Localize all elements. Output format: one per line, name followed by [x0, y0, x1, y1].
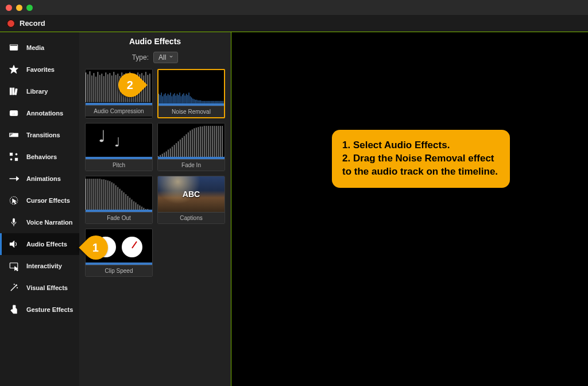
sidebar-item-visual-effects[interactable]: Visual Effects — [0, 277, 79, 299]
svg-rect-168 — [127, 196, 128, 210]
svg-rect-83 — [186, 94, 187, 103]
close-window-button[interactable] — [6, 5, 12, 11]
svg-rect-118 — [168, 149, 168, 157]
svg-rect-77 — [178, 95, 179, 103]
svg-rect-80 — [182, 94, 183, 103]
svg-rect-145 — [222, 126, 222, 157]
effect-fade-in[interactable]: Fade In — [157, 123, 225, 171]
svg-rect-82 — [185, 95, 185, 103]
sidebar-item-transitions[interactable]: Transitions — [0, 124, 79, 146]
svg-rect-163 — [118, 187, 118, 210]
sidebar-item-media[interactable]: Media — [0, 37, 79, 59]
svg-rect-65 — [163, 96, 163, 103]
svg-point-25 — [17, 287, 18, 288]
svg-rect-4 — [13, 88, 14, 95]
instruction-callout: 1. Select Audio Effects. 2. Drag the Noi… — [332, 130, 510, 188]
type-filter-label: Type: — [132, 53, 149, 61]
library-icon — [8, 86, 20, 97]
sidebar-item-voice-narration[interactable]: Voice Narration — [0, 211, 79, 233]
svg-point-26 — [14, 284, 15, 285]
svg-rect-165 — [122, 191, 122, 210]
svg-rect-1 — [10, 45, 18, 46]
record-toolbar: Record — [0, 15, 588, 32]
svg-rect-81 — [183, 93, 184, 103]
behaviors-icon — [8, 151, 20, 163]
svg-rect-33 — [95, 76, 96, 102]
effect-label: Captions — [158, 212, 225, 223]
sidebar-item-animations[interactable]: Animations — [0, 168, 79, 190]
sidebar-item-gesture-effects[interactable]: Gesture Effects — [0, 299, 79, 321]
sidebar-item-library[interactable]: Library — [0, 80, 79, 102]
type-filter-select[interactable]: All — [153, 52, 178, 63]
svg-rect-10 — [10, 153, 13, 156]
sidebar-item-label: Audio Effects — [26, 241, 67, 248]
svg-rect-138 — [208, 126, 208, 157]
svg-rect-153 — [98, 179, 98, 210]
svg-rect-112 — [158, 123, 225, 159]
svg-rect-42 — [114, 72, 114, 102]
svg-rect-72 — [172, 96, 172, 103]
effect-pitch[interactable]: ♩ Pitch — [85, 123, 153, 171]
zoom-window-button[interactable] — [26, 5, 33, 11]
step-marker-2: 2 — [118, 73, 142, 97]
sidebar-item-audio-effects[interactable]: Audio Effects — [0, 233, 79, 255]
sidebar-item-favorites[interactable]: Favorites — [0, 59, 79, 80]
svg-rect-128 — [188, 133, 188, 157]
animations-icon — [8, 173, 20, 184]
star-icon — [8, 64, 20, 75]
svg-rect-71 — [171, 92, 171, 103]
svg-rect-32 — [94, 73, 94, 102]
svg-marker-20 — [10, 241, 14, 248]
record-label[interactable]: Record — [20, 19, 45, 28]
svg-rect-38 — [106, 72, 106, 102]
sidebar-item-interactivity[interactable]: Interactivity — [0, 255, 79, 277]
effect-label: Fade In — [158, 159, 225, 171]
effect-fade-out[interactable]: Fade Out — [85, 176, 153, 224]
svg-rect-143 — [218, 126, 218, 157]
svg-rect-43 — [115, 75, 116, 102]
effect-label: Noise Removal — [158, 106, 224, 117]
sidebar-item-label: Library — [26, 88, 48, 95]
svg-rect-79 — [181, 96, 181, 103]
svg-rect-160 — [111, 182, 112, 210]
svg-rect-21 — [10, 263, 18, 268]
svg-rect-152 — [95, 179, 96, 210]
svg-rect-35 — [99, 75, 100, 102]
svg-rect-151 — [94, 179, 94, 210]
sidebar-item-label: Annotations — [26, 110, 63, 117]
svg-rect-91 — [196, 100, 197, 103]
svg-marker-2 — [10, 65, 18, 74]
svg-rect-74 — [174, 93, 175, 103]
svg-rect-62 — [158, 94, 159, 103]
media-bin-icon — [8, 42, 20, 53]
svg-rect-140 — [212, 126, 212, 157]
sidebar-item-label: Voice Narration — [26, 219, 73, 226]
svg-rect-167 — [126, 194, 126, 210]
window-titlebar — [0, 0, 588, 15]
sidebar-item-label: Transitions — [26, 132, 60, 138]
svg-rect-76 — [177, 94, 177, 103]
svg-rect-123 — [178, 141, 179, 157]
svg-rect-39 — [107, 74, 108, 102]
svg-rect-146 — [86, 176, 152, 212]
svg-rect-133 — [198, 127, 199, 157]
svg-rect-69 — [168, 94, 168, 103]
microphone-icon — [8, 217, 20, 228]
panel-title: Audio Effects — [85, 37, 225, 46]
minimize-window-button[interactable] — [16, 5, 22, 11]
wand-icon — [8, 282, 20, 294]
record-indicator-icon[interactable] — [7, 20, 15, 28]
svg-rect-157 — [106, 180, 106, 210]
svg-rect-18 — [13, 218, 15, 223]
svg-rect-142 — [216, 126, 216, 157]
preview-canvas[interactable]: 1. Select Audio Effects. 2. Drag the Noi… — [231, 32, 588, 386]
sidebar-item-cursor-effects[interactable]: Cursor Effects — [0, 190, 79, 211]
effect-noise-removal[interactable]: ★ Noise Removal — [157, 69, 225, 118]
sidebar-item-behaviors[interactable]: Behaviors — [0, 146, 79, 168]
sidebar-item-annotations[interactable]: a Annotations — [0, 102, 79, 124]
svg-rect-85 — [188, 92, 189, 103]
svg-rect-78 — [179, 92, 180, 103]
sidebar-item-label: Cursor Effects — [26, 197, 70, 204]
svg-rect-144 — [220, 126, 220, 157]
effect-captions[interactable]: ABC Captions — [157, 176, 225, 224]
